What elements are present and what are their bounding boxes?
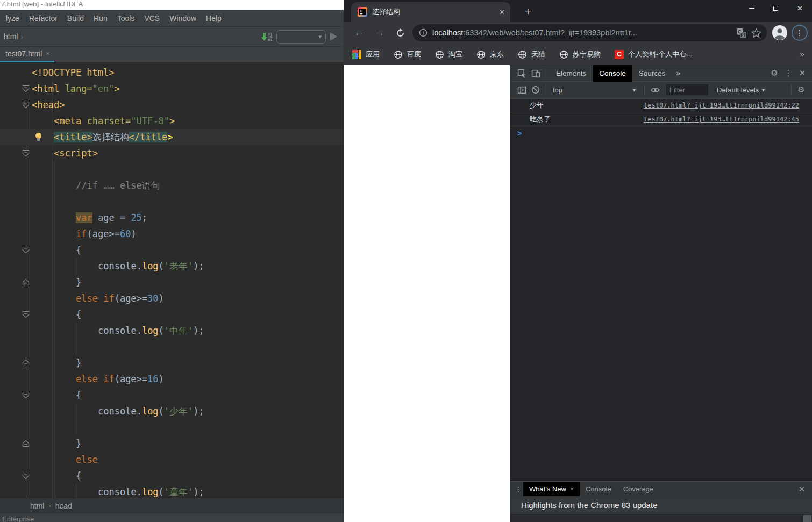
more-tabs-button[interactable]: » [672, 69, 685, 77]
menu-item-help[interactable]: Help [201, 14, 226, 23]
tab-title: 选择结构 [372, 7, 494, 17]
maximize-button[interactable] [764, 0, 788, 16]
fold-start-marker[interactable] [22, 391, 30, 399]
code-token: <!DOCTYPE html> [32, 67, 115, 78]
console-toolbar: top ▾ Default levels ▾ [510, 82, 812, 98]
ide-nav-breadcrumb[interactable]: html › [0, 32, 23, 41]
fold-start-marker[interactable] [22, 101, 30, 109]
scrollbar-thumb[interactable] [803, 515, 811, 522]
chrome-menu-button[interactable]: ⋮ [792, 25, 808, 41]
url-text[interactable]: localhost:63342/web/web/test07.html?_ijt… [432, 28, 731, 37]
fold-end-marker[interactable] [22, 359, 30, 367]
tab-close-icon[interactable]: ✕ [499, 8, 505, 16]
back-button[interactable]: ← [351, 25, 367, 41]
code-token: '童年' [164, 487, 193, 497]
console-log-row: 吃条子test07.html?_ijt=193…tt1rnrpnild99142… [510, 112, 812, 126]
console-empty-space[interactable] [510, 140, 812, 481]
run-button-disabled[interactable] [330, 32, 337, 41]
page-info-icon[interactable] [419, 28, 428, 37]
address-bar[interactable]: localhost:63342/web/web/test07.html?_ijt… [412, 24, 767, 41]
code-editor[interactable]: <!DOCTYPE html><html lang="en"><head><me… [0, 63, 344, 498]
fold-end-marker[interactable] [22, 278, 30, 286]
log-levels-dropdown[interactable]: Default levels ▾ [714, 86, 768, 94]
code-token: { [76, 390, 81, 401]
console-filter-input[interactable] [666, 84, 708, 95]
bookmark-item[interactable]: 京东 [476, 49, 504, 59]
status-text: Enterprise [2, 515, 34, 522]
fold-start-marker[interactable] [22, 85, 30, 92]
web-page-viewport[interactable] [344, 65, 510, 522]
minimize-button[interactable] [739, 0, 764, 16]
prompt-chevron-icon: > [517, 129, 522, 138]
console-source-link[interactable]: test07.html?_ijt=193…tt1rnrpnild99142:45 [644, 116, 799, 123]
svg-text:文: 文 [741, 32, 745, 37]
fold-start-marker[interactable] [22, 472, 30, 480]
translate-icon[interactable]: G 文 [736, 28, 746, 38]
code-line: var age = 25; [0, 210, 344, 226]
profile-avatar[interactable] [772, 25, 787, 40]
forward-button[interactable]: → [372, 25, 388, 41]
code-line: <html lang="en"> [0, 81, 344, 97]
drawer-menu-button[interactable]: ⋮ [514, 485, 523, 494]
console-source-link[interactable]: test07.html?_ijt=193…tt1rnrpnild99142:22 [644, 102, 799, 109]
close-icon[interactable]: × [570, 485, 574, 493]
bookmark-item[interactable]: 天猫 [518, 49, 545, 59]
bookmark-item[interactable]: 百度 [394, 49, 421, 59]
drawer-tab-coverage[interactable]: Coverage [617, 482, 659, 497]
bookmarks-overflow-button[interactable]: » [800, 49, 804, 59]
console-prompt[interactable]: > [510, 126, 812, 140]
bookmark-item[interactable]: 淘宝 [435, 49, 462, 59]
bookmark-star-icon[interactable] [751, 28, 761, 38]
close-icon[interactable]: × [46, 50, 49, 58]
code-token: lang= [65, 83, 92, 94]
drawer-tab-what-s-new[interactable]: What's New× [523, 482, 580, 497]
fold-end-marker[interactable] [22, 440, 30, 447]
code-token: ( [159, 261, 164, 271]
devtools-tab-elements[interactable]: Elements [550, 65, 593, 82]
sort-binary-icon[interactable]: 011001 [261, 33, 272, 41]
browser-content: ElementsConsoleSources » ⚙ ⋮ ✕ [344, 65, 812, 522]
menu-item-lyze[interactable]: lyze [1, 14, 24, 23]
breadcrumb-item-html[interactable]: html [30, 502, 44, 510]
fold-start-marker[interactable] [22, 311, 30, 318]
menu-item-vcs[interactable]: VCS [139, 14, 165, 23]
menu-item-tools[interactable]: Tools [112, 14, 140, 23]
console-sidebar-button[interactable] [515, 83, 529, 96]
code-token: <html [32, 83, 65, 94]
bookmark-item[interactable]: 应用 [352, 49, 380, 59]
code-token: { [76, 245, 81, 255]
run-configuration-dropdown[interactable]: ▾ [276, 30, 326, 44]
devtools-tab-console[interactable]: Console [593, 65, 632, 82]
inspect-element-button[interactable] [515, 67, 529, 80]
menu-item-run[interactable]: Run [89, 14, 112, 23]
code-token: 16 [147, 374, 158, 384]
code-line [0, 161, 344, 177]
code-token: ) [159, 293, 164, 304]
editor-tab-test07[interactable]: test07.html × [0, 47, 54, 62]
bookmark-item[interactable]: C个人资料-个人中心... [615, 49, 692, 59]
live-expression-button[interactable] [648, 83, 662, 96]
console-settings-button[interactable]: ⚙ [795, 83, 808, 96]
menu-item-window[interactable]: Window [165, 14, 201, 23]
intention-bulb-icon[interactable] [34, 133, 43, 141]
javascript-context-selector[interactable]: top ▾ [550, 86, 641, 94]
devtools-close-button[interactable]: ✕ [796, 67, 809, 80]
devtools-settings-button[interactable]: ⚙ [768, 67, 781, 80]
bookmark-item[interactable]: 苏宁易购 [559, 49, 601, 59]
fold-start-marker[interactable] [22, 149, 30, 157]
devtools-tab-sources[interactable]: Sources [632, 65, 672, 82]
menu-item-refactor[interactable]: Refactor [24, 14, 62, 23]
drawer-close-button[interactable]: ✕ [795, 484, 809, 494]
browser-tab[interactable]: IJ 选择结构 ✕ [351, 2, 510, 22]
menu-item-build[interactable]: Build [62, 14, 89, 23]
apps-grid-square [355, 53, 358, 56]
drawer-tab-console[interactable]: Console [580, 482, 617, 497]
fold-start-marker[interactable] [22, 246, 30, 254]
device-toolbar-button[interactable] [529, 67, 543, 80]
reload-button[interactable] [392, 25, 408, 41]
clear-console-button[interactable] [529, 83, 543, 96]
devtools-menu-button[interactable]: ⋮ [782, 67, 795, 80]
close-window-button[interactable]: ✕ [788, 0, 812, 16]
new-tab-button[interactable]: + [521, 5, 535, 19]
breadcrumb-item-head[interactable]: head [55, 502, 72, 510]
